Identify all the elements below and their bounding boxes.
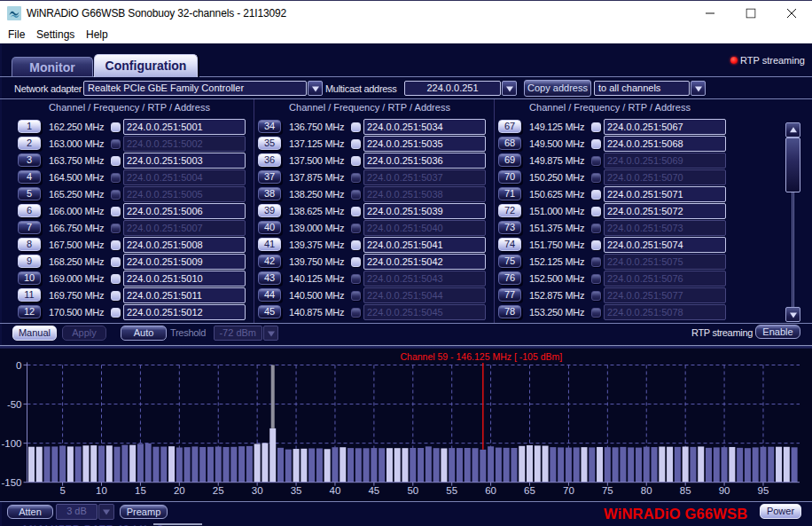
rtp-address-field-41[interactable]: 224.0.0.251:5041 bbox=[363, 237, 486, 253]
tab-monitor[interactable]: Monitor bbox=[12, 57, 93, 77]
rtp-address-field-9[interactable]: 224.0.0.251:5009 bbox=[123, 254, 246, 270]
rtp-checkbox-7[interactable] bbox=[111, 224, 121, 233]
rtp-address-field-44[interactable]: 224.0.0.251:5044 bbox=[363, 287, 486, 303]
channel-button-77[interactable]: 77 bbox=[498, 288, 521, 302]
menu-file[interactable]: File bbox=[8, 28, 25, 41]
rtp-address-field-36[interactable]: 224.0.0.251:5036 bbox=[363, 153, 486, 169]
network-adapter-dropdown-icon[interactable] bbox=[308, 81, 323, 96]
rtp-address-field-77[interactable]: 224.0.0.251:5077 bbox=[604, 287, 726, 303]
minimize-button[interactable] bbox=[690, 1, 730, 25]
channel-button-34[interactable]: 34 bbox=[258, 120, 281, 133]
copy-address-button[interactable]: Copy address bbox=[524, 80, 591, 97]
rtp-checkbox-11[interactable] bbox=[111, 291, 121, 301]
rtp-checkbox-35[interactable] bbox=[351, 139, 361, 149]
channel-button-42[interactable]: 42 bbox=[258, 255, 281, 268]
rtp-address-field-11[interactable]: 224.0.0.251:5011 bbox=[123, 287, 246, 303]
rtp-address-field-35[interactable]: 224.0.0.251:5035 bbox=[363, 136, 486, 152]
manual-button[interactable]: Manual bbox=[12, 326, 57, 341]
rtp-address-field-40[interactable]: 224.0.0.251:5040 bbox=[363, 220, 486, 236]
channel-button-45[interactable]: 45 bbox=[258, 305, 281, 318]
rtp-address-field-3[interactable]: 224.0.0.251:5003 bbox=[123, 153, 246, 169]
rtp-checkbox-5[interactable] bbox=[111, 190, 121, 200]
channel-button-78[interactable]: 78 bbox=[498, 305, 521, 318]
channel-button-72[interactable]: 72 bbox=[498, 204, 521, 217]
scrollbar-track[interactable] bbox=[792, 192, 794, 307]
channel-button-36[interactable]: 36 bbox=[258, 153, 281, 167]
atten-value-field[interactable]: 3 dB bbox=[56, 504, 98, 520]
rtp-checkbox-77[interactable] bbox=[591, 291, 601, 301]
tab-configuration[interactable]: Configuration bbox=[94, 54, 198, 77]
rtp-checkbox-42[interactable] bbox=[351, 257, 361, 267]
rtp-address-field-4[interactable]: 224.0.0.251:5004 bbox=[123, 169, 246, 185]
rtp-checkbox-69[interactable] bbox=[591, 156, 601, 166]
channel-button-68[interactable]: 68 bbox=[498, 137, 521, 150]
rtp-checkbox-37[interactable] bbox=[351, 173, 361, 183]
channel-button-4[interactable]: 4 bbox=[18, 170, 41, 184]
rtp-checkbox-76[interactable] bbox=[591, 274, 601, 284]
rtp-address-field-78[interactable]: 224.0.0.251:5078 bbox=[604, 304, 726, 320]
rtp-address-field-74[interactable]: 224.0.0.251:5074 bbox=[604, 237, 726, 253]
channel-button-2[interactable]: 2 bbox=[18, 137, 41, 150]
rtp-address-field-2[interactable]: 224.0.0.251:5002 bbox=[123, 136, 246, 152]
rtp-address-field-12[interactable]: 224.0.0.251:5012 bbox=[123, 304, 246, 320]
rtp-checkbox-34[interactable] bbox=[351, 122, 361, 132]
rtp-checkbox-40[interactable] bbox=[351, 224, 361, 233]
rtp-address-field-45[interactable]: 224.0.0.251:5045 bbox=[363, 304, 486, 320]
rtp-address-field-43[interactable]: 224.0.0.251:5043 bbox=[363, 271, 486, 287]
channel-button-37[interactable]: 37 bbox=[258, 170, 281, 184]
channel-button-69[interactable]: 69 bbox=[498, 153, 521, 167]
rtp-checkbox-38[interactable] bbox=[351, 190, 361, 200]
rtp-checkbox-70[interactable] bbox=[591, 173, 601, 183]
rtp-address-field-75[interactable]: 224.0.0.251:5075 bbox=[604, 254, 726, 270]
menu-help[interactable]: Help bbox=[86, 28, 108, 41]
auto-button[interactable]: Auto bbox=[121, 326, 167, 341]
rtp-address-field-70[interactable]: 224.0.0.251:5070 bbox=[604, 169, 726, 185]
rtp-checkbox-44[interactable] bbox=[351, 291, 361, 301]
rtp-checkbox-41[interactable] bbox=[351, 240, 361, 250]
channel-button-11[interactable]: 11 bbox=[18, 288, 41, 302]
rtp-address-field-7[interactable]: 224.0.0.251:5007 bbox=[123, 220, 246, 236]
rtp-checkbox-75[interactable] bbox=[591, 257, 601, 267]
rtp-checkbox-12[interactable] bbox=[111, 308, 121, 318]
scrollbar-thumb[interactable] bbox=[785, 137, 800, 192]
rtp-address-field-5[interactable]: 224.0.0.251:5005 bbox=[123, 186, 246, 202]
channel-button-40[interactable]: 40 bbox=[258, 221, 281, 234]
power-button[interactable]: Power bbox=[760, 504, 801, 519]
channel-button-73[interactable]: 73 bbox=[498, 221, 521, 234]
channel-button-67[interactable]: 67 bbox=[498, 120, 521, 133]
rtp-address-field-73[interactable]: 224.0.0.251:5073 bbox=[604, 220, 726, 236]
rtp-checkbox-9[interactable] bbox=[111, 257, 121, 267]
rtp-address-field-37[interactable]: 224.0.0.251:5037 bbox=[363, 169, 486, 185]
rtp-checkbox-68[interactable] bbox=[591, 139, 601, 149]
copy-scope-dropdown-icon[interactable] bbox=[691, 81, 706, 96]
rtp-checkbox-6[interactable] bbox=[111, 207, 121, 216]
rtp-address-field-10[interactable]: 224.0.0.251:5010 bbox=[123, 271, 246, 287]
channel-button-75[interactable]: 75 bbox=[498, 255, 521, 268]
preamp-button[interactable]: Preamp bbox=[120, 505, 168, 519]
rtp-enable-button[interactable]: Enable bbox=[755, 325, 800, 339]
scrollbar-down-button[interactable] bbox=[785, 307, 800, 322]
rtp-checkbox-73[interactable] bbox=[591, 224, 601, 233]
threshold-field[interactable]: -72 dBm bbox=[214, 326, 262, 341]
menu-settings[interactable]: Settings bbox=[36, 28, 74, 41]
rtp-address-field-8[interactable]: 224.0.0.251:5008 bbox=[123, 237, 246, 253]
network-adapter-select[interactable]: Realtek PCIe GbE Family Controller bbox=[83, 81, 307, 96]
rtp-address-field-72[interactable]: 224.0.0.251:5072 bbox=[604, 203, 726, 219]
channel-button-6[interactable]: 6 bbox=[18, 204, 41, 217]
rtp-address-field-6[interactable]: 224.0.0.251:5006 bbox=[123, 203, 246, 219]
rtp-checkbox-10[interactable] bbox=[111, 274, 121, 284]
atten-dropdown-icon[interactable] bbox=[98, 504, 114, 520]
rtp-address-field-42[interactable]: 224.0.0.251:5042 bbox=[363, 254, 486, 270]
rtp-checkbox-8[interactable] bbox=[111, 240, 121, 250]
channel-button-12[interactable]: 12 bbox=[18, 305, 41, 318]
channel-button-10[interactable]: 10 bbox=[18, 271, 41, 285]
channel-button-41[interactable]: 41 bbox=[258, 238, 281, 251]
rtp-address-field-76[interactable]: 224.0.0.251:5076 bbox=[604, 271, 726, 287]
channel-button-8[interactable]: 8 bbox=[18, 238, 41, 251]
channel-button-70[interactable]: 70 bbox=[498, 170, 521, 184]
rtp-address-field-69[interactable]: 224.0.0.251:5069 bbox=[604, 153, 726, 169]
channel-button-3[interactable]: 3 bbox=[18, 153, 41, 167]
channel-button-9[interactable]: 9 bbox=[18, 255, 41, 268]
channel-button-39[interactable]: 39 bbox=[258, 204, 281, 217]
rtp-checkbox-1[interactable] bbox=[111, 122, 121, 132]
